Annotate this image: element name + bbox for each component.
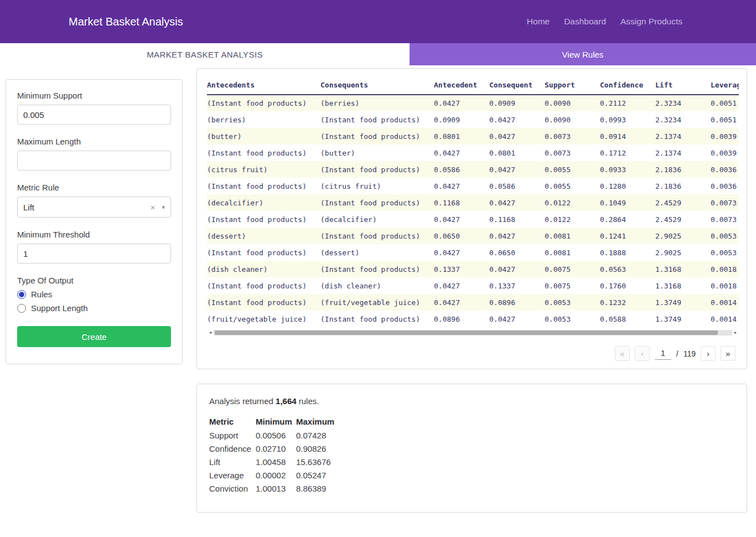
- output-option-support-length[interactable]: Support Length: [17, 303, 171, 313]
- column-header[interactable]: Lift: [655, 79, 711, 95]
- rule-text-cell: (dish cleaner): [320, 277, 434, 294]
- rule-text-cell: (berries): [207, 111, 320, 128]
- scrollbar-thumb[interactable]: [215, 331, 718, 335]
- clear-icon[interactable]: ×: [151, 203, 156, 212]
- table-row: (Instant food products)(decalcifier)0.04…: [207, 211, 739, 228]
- rule-value-cell: 0.0586: [434, 161, 489, 178]
- minimum-threshold-input[interactable]: [17, 244, 171, 264]
- chevron-down-icon[interactable]: ▾: [162, 204, 165, 211]
- rule-value-cell: 0.0427: [489, 194, 545, 211]
- table-row: (dish cleaner)(Instant food products)0.1…: [207, 261, 739, 277]
- column-header[interactable]: Support: [545, 79, 600, 95]
- scroll-left-icon[interactable]: ◂: [207, 329, 214, 336]
- radio-rules[interactable]: [17, 290, 26, 299]
- rule-value-cell: 0.0650: [434, 228, 489, 244]
- rule-value-cell: 2.1836: [655, 178, 711, 194]
- metrics-cell: 8.86389: [296, 484, 335, 497]
- rule-value-cell: 0.0053: [545, 294, 600, 311]
- rule-value-cell: 0.0909: [434, 111, 489, 128]
- rule-text-cell: (fruit/vegetable juice): [207, 311, 320, 327]
- rule-value-cell: 0.0122: [545, 211, 600, 228]
- column-header[interactable]: Consequent: [489, 79, 545, 95]
- main-column: AntecedentsConsequentsAntecedentConseque…: [196, 68, 747, 513]
- rule-value-cell: 0.0014: [711, 294, 739, 311]
- rule-value-cell: 0.0427: [434, 144, 489, 161]
- rule-value-cell: 0.1168: [489, 211, 545, 228]
- nav-link-dashboard[interactable]: Dashboard: [564, 17, 606, 27]
- rule-text-cell: (berries): [320, 95, 434, 111]
- horizontal-scrollbar[interactable]: ◂ ▸: [207, 329, 739, 336]
- rules-table: AntecedentsConsequentsAntecedentConseque…: [207, 79, 739, 327]
- rule-text-cell: (citrus fruit): [320, 178, 434, 194]
- rule-value-cell: 0.0586: [489, 178, 545, 194]
- rule-value-cell: 0.0073: [545, 144, 600, 161]
- metrics-cell: 0.02710: [256, 444, 296, 457]
- rule-value-cell: 0.0563: [600, 261, 655, 277]
- column-header[interactable]: Leverage: [711, 79, 739, 95]
- radio-support-length[interactable]: [17, 304, 26, 313]
- table-row: (fruit/vegetable juice)(Instant food pro…: [207, 311, 739, 327]
- output-option-label: Rules: [31, 290, 52, 299]
- metrics-table-body: Support0.005060.07428Confidence0.027100.…: [209, 431, 335, 497]
- rule-value-cell: 0.0993: [600, 111, 655, 128]
- rule-value-cell: 0.1049: [600, 194, 655, 211]
- last-page-button[interactable]: »: [721, 346, 736, 361]
- rule-value-cell: 0.1241: [600, 228, 655, 244]
- rule-value-cell: 0.0427: [489, 311, 545, 327]
- table-row: (butter)(Instant food products)0.08010.0…: [207, 128, 739, 144]
- next-page-button[interactable]: ›: [701, 346, 716, 361]
- metrics-header-row: MetricMinimumMaximum: [209, 417, 335, 431]
- metrics-cell: Confidence: [209, 444, 256, 457]
- rules-table-body: (Instant food products)(berries)0.04270.…: [207, 95, 739, 327]
- metrics-cell: 1.00013: [256, 484, 296, 497]
- output-option-rules[interactable]: Rules: [17, 290, 171, 299]
- rule-value-cell: 0.1337: [434, 261, 489, 277]
- column-header[interactable]: Antecedent: [434, 79, 489, 95]
- nav-link-assign-products[interactable]: Assign Products: [620, 17, 682, 27]
- output-type-label: Type Of Output: [17, 276, 171, 285]
- previous-page-button[interactable]: ‹: [635, 346, 650, 361]
- rule-value-cell: 2.1836: [655, 161, 711, 178]
- page-content: Minimum Support Maximum Length Metric Ru…: [0, 65, 756, 513]
- tab-market-basket-analysis[interactable]: MARKET BASKET ANALYSIS: [0, 43, 410, 65]
- create-button[interactable]: Create: [17, 326, 171, 347]
- metrics-row: Lift1.0045815.63676: [209, 457, 335, 471]
- app-title: Market Basket Analysis: [69, 16, 183, 28]
- rule-value-cell: 0.0039: [711, 144, 739, 161]
- rule-value-cell: 0.0427: [489, 128, 545, 144]
- column-header[interactable]: Confidence: [600, 79, 655, 95]
- column-header[interactable]: Antecedents: [207, 79, 320, 95]
- rule-value-cell: 0.1712: [600, 144, 655, 161]
- column-header[interactable]: Consequents: [320, 79, 434, 95]
- page-number-input[interactable]: [655, 348, 671, 360]
- scrollbar-track[interactable]: [214, 330, 732, 335]
- output-type-group: Type Of Output RulesSupport Length: [17, 276, 171, 313]
- rule-text-cell: (Instant food products): [320, 261, 434, 277]
- rule-text-cell: (Instant food products): [320, 228, 434, 244]
- rule-value-cell: 0.1888: [600, 244, 655, 261]
- rule-value-cell: 0.1280: [600, 178, 655, 194]
- rule-value-cell: 0.0081: [545, 228, 600, 244]
- rule-value-cell: 0.0075: [545, 261, 600, 277]
- rules-table-card: AntecedentsConsequentsAntecedentConseque…: [196, 68, 747, 369]
- metric-rule-label: Metric Rule: [17, 183, 171, 192]
- nav-link-home[interactable]: Home: [527, 17, 550, 27]
- pagination: « ‹ / 119 › »: [207, 346, 739, 361]
- rule-value-cell: 0.0036: [711, 178, 739, 194]
- rule-text-cell: (butter): [320, 144, 434, 161]
- metric-rule-select[interactable]: Lift × ▾: [17, 197, 171, 218]
- scroll-right-icon[interactable]: ▸: [732, 329, 739, 336]
- first-page-button[interactable]: «: [615, 346, 630, 361]
- analysis-summary-card: Analysis returned 1,664 rules. MetricMin…: [196, 384, 747, 513]
- table-row: (dessert)(Instant food products)0.06500.…: [207, 228, 739, 244]
- rule-value-cell: 0.0427: [434, 294, 489, 311]
- tab-view-rules[interactable]: View Rules: [410, 43, 756, 65]
- rule-text-cell: (decalcifier): [320, 211, 434, 228]
- rule-text-cell: (decalcifier): [207, 194, 320, 211]
- minimum-support-label: Minimum Support: [17, 91, 171, 100]
- rule-value-cell: 0.0801: [489, 144, 545, 161]
- output-option-label: Support Length: [31, 303, 88, 313]
- table-row: (Instant food products)(dish cleaner)0.0…: [207, 277, 739, 294]
- minimum-support-input[interactable]: [17, 105, 171, 125]
- maximum-length-input[interactable]: [17, 151, 171, 171]
